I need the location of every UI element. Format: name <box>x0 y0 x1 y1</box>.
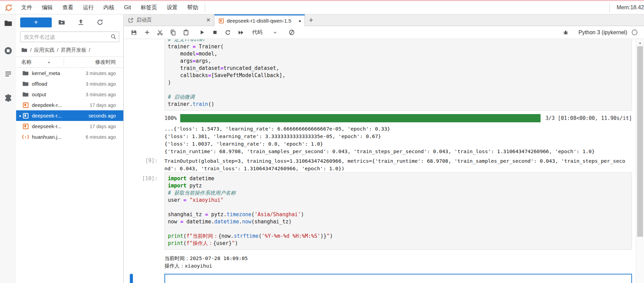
restart-kernel-icon[interactable] <box>221 28 234 37</box>
notebook-file-icon <box>22 102 29 108</box>
tab-close-icon[interactable]: ✕ <box>206 17 211 23</box>
code-cell-editor[interactable]: # 定义Trainertrainer = Trainer( model=mode… <box>164 39 632 111</box>
running-dot: ● <box>16 71 22 75</box>
file-modified-time: 3 minutes ago <box>60 71 123 76</box>
notebook-cell-stream2: 当前时间：2025-07-28 16:09:05操作人：xiaoyihui <box>124 255 636 270</box>
running-dot: ● <box>16 135 22 139</box>
menu-item-edit[interactable]: 编辑 <box>37 1 58 14</box>
empty-code-cell-editor[interactable] <box>164 274 632 283</box>
file-modified-time: 3 minutes ago <box>46 92 123 97</box>
output-line: ...{'loss': 1.5473, 'learning_rate': 6.6… <box>164 125 636 133</box>
menu-item-view[interactable]: 查看 <box>58 1 78 14</box>
tab-label: deepseek-r1-distill-qwen-1.5 <box>227 18 291 24</box>
menu-item-file[interactable]: 文件 <box>16 1 37 14</box>
tab-inactive-0[interactable]: 启动页✕ <box>124 14 214 26</box>
extensions-icon[interactable] <box>3 93 13 103</box>
tab-dirty-dot: ● <box>299 19 301 23</box>
file-row[interactable]: ●kernel_meta3 minutes ago <box>16 68 123 78</box>
file-name: deepseek-r... <box>32 123 62 129</box>
training-progress-output: 100%3/3 [01:08<00:00, 11.90s/it] <box>164 114 632 122</box>
folder-icon <box>22 70 29 76</box>
cell-prompt: [10]: <box>124 172 164 182</box>
new-launcher-button[interactable]: + <box>20 17 52 27</box>
menu-divider <box>205 3 205 12</box>
breadcrumb-separator: / <box>57 47 58 53</box>
menu-item-git[interactable]: Git <box>119 1 136 14</box>
breadcrumb-segments: /应用实践/昇腾开发板/ <box>30 47 90 53</box>
menu-item-help[interactable]: 帮助 <box>182 1 203 14</box>
file-browser-icon[interactable] <box>3 19 13 28</box>
notebook-file-icon <box>22 112 29 119</box>
kernel-name-button[interactable]: Python 3 (ipykernel) <box>579 29 627 36</box>
sort-by-modified-header[interactable]: 修改时间 <box>51 59 123 65</box>
search-icon <box>109 32 118 41</box>
notebook-cell-result: [9]:TrainOutput(global_step=3, training_… <box>124 157 636 172</box>
refresh-icon[interactable] <box>96 18 104 27</box>
breadcrumb-segment[interactable]: 应用实践 <box>34 47 54 53</box>
add-cell-icon[interactable] <box>140 28 153 37</box>
output-line: 当前时间：2025-07-28 16:09:05 <box>164 255 636 262</box>
run-all-cells-icon[interactable] <box>234 28 247 37</box>
home-folder-icon[interactable] <box>21 47 28 53</box>
breadcrumb-segment[interactable]: 昇腾开发板 <box>61 47 86 53</box>
file-row[interactable]: ●deepseek-r...seconds ago <box>16 110 123 121</box>
progress-bar <box>180 114 541 122</box>
cell-type-value: 代码 <box>252 29 262 36</box>
run-cell-icon[interactable] <box>195 28 208 37</box>
upload-icon[interactable] <box>76 18 85 27</box>
new-tab-button[interactable]: + <box>305 14 317 26</box>
menu-items: 文件编辑查看运行内核Git标签页设置帮助 <box>16 1 203 14</box>
running-dot: ● <box>16 82 22 86</box>
circle-slash-icon[interactable] <box>285 28 298 37</box>
file-filter <box>20 32 119 42</box>
file-row[interactable]: ●deepseek-r...17 days ago <box>16 121 123 132</box>
save-icon[interactable] <box>127 28 140 37</box>
interrupt-kernel-icon[interactable] <box>208 28 221 37</box>
running-dot: ● <box>16 103 22 107</box>
new-folder-icon[interactable] <box>57 18 66 27</box>
code-cell-editor[interactable]: import datetimeimport pytz# 获取当前操作系统用户名称… <box>164 172 632 250</box>
sort-by-name-header[interactable]: 名称 <box>16 59 51 65</box>
notebook-cell-input: # 定义Trainertrainer = Trainer( model=mode… <box>124 39 636 111</box>
file-name: kernel_meta <box>32 70 60 76</box>
notebook-cell-progress: 100%3/3 [01:08<00:00, 11.90s/it] <box>124 114 636 122</box>
app-logo-icon <box>5 4 12 11</box>
menu-item-run[interactable]: 运行 <box>78 1 99 14</box>
menu-item-kernel[interactable]: 内核 <box>99 1 119 14</box>
output-line: TrainOutput(global_step=3, training_loss… <box>164 157 636 165</box>
active-cell-collapser[interactable] <box>130 274 133 283</box>
cell-type-select[interactable]: 代码 <box>252 29 277 36</box>
file-row[interactable]: ●deepdeek-r...17 days ago <box>16 100 123 110</box>
file-row[interactable]: ●output3 minutes ago <box>16 89 123 100</box>
paste-cells-icon[interactable] <box>179 28 193 37</box>
notebook-content: # 定义Trainertrainer = Trainer( model=mode… <box>124 39 636 283</box>
output-line: {'loss': 1.381, 'learning_rate': 3.33333… <box>164 133 636 140</box>
bug-debugger-icon[interactable] <box>559 28 572 37</box>
left-activity-bar <box>0 14 16 283</box>
scrollbar-thumb[interactable] <box>637 46 643 237</box>
tab-active-1[interactable]: deepseek-r1-distill-qwen-1.5● <box>214 14 305 26</box>
running-dot: ● <box>16 114 22 118</box>
memory-usage-indicator: Mem:18.42 <box>617 4 644 11</box>
notebook-file-icon <box>22 123 29 130</box>
scrollbar-up-arrow[interactable]: ▲ <box>636 39 644 46</box>
running-sessions-icon[interactable] <box>3 46 13 56</box>
stream-output: ...{'loss': 1.5473, 'learning_rate': 6.6… <box>164 125 636 155</box>
filter-files-input[interactable] <box>20 32 119 42</box>
notebook-toolbar: 代码 Python 3 (ipykernel) <box>124 26 644 39</box>
copy-cells-icon[interactable] <box>166 28 179 37</box>
cell-prompt: [9]: <box>124 157 164 164</box>
jupyterlab-window: 文件编辑查看运行内核Git标签页设置帮助 Mem:18.42 + <box>0 0 644 283</box>
table-of-contents-icon[interactable] <box>3 69 13 79</box>
folder-icon <box>22 81 29 87</box>
folder-icon <box>22 91 29 98</box>
menu-item-settings[interactable]: 设置 <box>162 1 182 14</box>
cut-cells-icon[interactable] <box>153 28 166 37</box>
file-modified-time: 3 minutes ago <box>47 81 123 87</box>
breadcrumb: /应用实践/昇腾开发板/ <box>16 44 123 57</box>
file-row[interactable]: ●offload3 minutes ago <box>16 78 123 89</box>
menu-item-tabs[interactable]: 标签页 <box>136 1 162 14</box>
tab-bar: 启动页✕deepseek-r1-distill-qwen-1.5●+ <box>124 14 644 26</box>
file-row[interactable]: ●{:}huanhuan.j...6 minutes ago <box>16 132 123 142</box>
header-column-divider <box>64 58 64 66</box>
